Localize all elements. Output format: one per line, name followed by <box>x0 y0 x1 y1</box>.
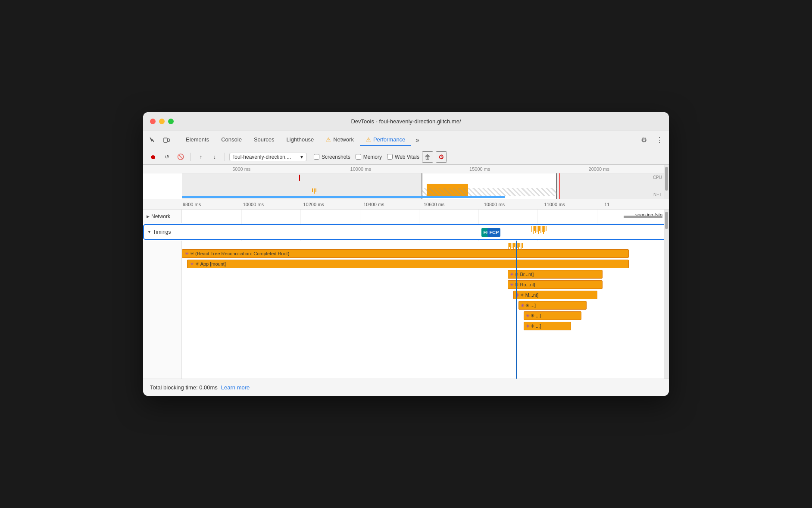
svg-rect-1 <box>168 139 169 141</box>
dot2-bar[interactable]: ✳ ✳ ...] <box>524 311 581 320</box>
record-button[interactable]: ⏺ <box>147 151 159 163</box>
main-toolbar: Elements Console Sources Lighthouse ⚠ Ne… <box>143 131 669 149</box>
yellow-spikes <box>312 188 316 194</box>
network-triangle: ▶ <box>147 214 150 219</box>
selection-dim-left <box>182 173 422 199</box>
detail-mark-9800: 9800 ms <box>182 202 242 207</box>
blocking-time-text: Total blocking time: 0.00ms <box>150 384 218 391</box>
detail-mark-10600: 10600 ms <box>423 202 483 207</box>
performance-warn-icon: ⚠ <box>366 136 371 143</box>
web-vitals-checkbox-label[interactable]: Web Vitals <box>387 154 419 160</box>
titlebar: DevTools - foul-heavenly-direction.glitc… <box>143 112 669 131</box>
fcp-badge: FCP <box>487 228 500 237</box>
label-column <box>143 241 182 379</box>
inspect-element-button[interactable] <box>147 134 159 146</box>
more-options-button[interactable]: ⋮ <box>653 134 665 146</box>
overview-scrollbar[interactable] <box>664 165 669 199</box>
detail-mark-10200: 10200 ms <box>303 202 363 207</box>
perf-separator-1 <box>191 153 191 161</box>
memory-checkbox-label[interactable]: Memory <box>356 154 382 160</box>
traffic-lights <box>150 119 174 124</box>
detail-mark-10000: 10000 ms <box>242 202 303 207</box>
dot3-bar[interactable]: ✳ ✳ ...] <box>524 322 571 330</box>
m-bar[interactable]: ✳ ✳ M...nt] <box>513 291 597 299</box>
performance-toolbar: ⏺ ↺ 🚫 ↑ ↓ foul-heavenly-direction.... ▾ … <box>143 149 669 165</box>
detail-mark-10800: 10800 ms <box>483 202 543 207</box>
tracks-scrollbar[interactable] <box>664 210 669 379</box>
toolbar-right: ⚙ ⋮ <box>638 134 665 146</box>
more-tabs-button[interactable]: » <box>411 134 423 146</box>
timings-track-label[interactable]: ▼ Timings <box>144 229 182 235</box>
close-button[interactable] <box>150 119 156 124</box>
detail-mark-11plus: 11 <box>603 202 664 207</box>
blue-vline <box>516 241 517 379</box>
url-selector[interactable]: foul-heavenly-direction.... ▾ <box>229 153 307 161</box>
fp-vline <box>634 241 635 379</box>
screenshots-checkbox[interactable] <box>314 154 319 160</box>
loading-area <box>422 188 557 196</box>
tab-elements[interactable]: Elements <box>180 134 215 146</box>
tracks-scrollbar-thumb <box>665 212 668 229</box>
maximize-button[interactable] <box>168 119 174 124</box>
web-vitals-checkbox[interactable] <box>387 154 393 160</box>
reload-record-button[interactable]: ↺ <box>161 151 172 163</box>
timings-row: ▼ Timings FP FCP <box>143 224 668 240</box>
screenshots-checkbox-label[interactable]: Screenshots <box>314 154 350 160</box>
upload-button[interactable]: ↑ <box>195 151 206 163</box>
download-button[interactable]: ↓ <box>209 151 220 163</box>
tab-performance[interactable]: ⚠ Performance <box>360 134 411 146</box>
ruler-mark-5000: 5000 ms <box>182 166 301 172</box>
ruler-mark-15000: 15000 ms <box>420 166 540 172</box>
timings-content: FP FCP <box>182 225 667 239</box>
tab-lighthouse[interactable]: Lighthouse <box>281 134 320 146</box>
net-bar <box>182 196 505 198</box>
network-track-label[interactable]: ▶ Network <box>143 210 182 223</box>
settings-button[interactable]: ⚙ <box>638 134 650 146</box>
tab-network[interactable]: ⚠ Network <box>320 134 360 146</box>
overview-panel[interactable]: 5000 ms 10000 ms 15000 ms 20000 ms <box>143 165 669 199</box>
selection-dim-right <box>557 173 664 199</box>
app-mount-bar[interactable]: ✳ ✳ App [mount] <box>187 260 629 268</box>
br-bar[interactable]: ✳ ✳ Br...nt] <box>508 270 603 279</box>
red-vline <box>559 173 560 199</box>
perf-right-controls: Screenshots Memory Web Vitals <box>314 154 419 160</box>
perf-separator-2 <box>225 153 225 161</box>
detail-ruler: 9800 ms 10000 ms 10200 ms 10400 ms 10600… <box>143 199 669 210</box>
fcp-vline <box>650 241 651 379</box>
react-tree-bar[interactable]: ✳ ✳ (React Tree Reconciliation: Complete… <box>182 249 629 258</box>
overview-ruler: 5000 ms 10000 ms 15000 ms 20000 ms <box>143 165 664 173</box>
clear-recording-button[interactable]: 🚫 <box>175 151 186 163</box>
status-bar: Total blocking time: 0.00ms Learn more <box>143 379 669 396</box>
ruler-mark-10000: 10000 ms <box>301 166 421 172</box>
detail-mark-10400: 10400 ms <box>362 202 423 207</box>
red-tick <box>299 175 300 181</box>
tab-sources[interactable]: Sources <box>248 134 281 146</box>
ruler-mark-20000: 20000 ms <box>540 166 659 172</box>
flame-chart-area: ✳ ✳ (React Tree Reconciliation: Complete… <box>143 241 669 379</box>
timings-tick-marks <box>531 226 547 234</box>
tracks-wrapper: ▶ Network soop.jpg (sto ▼ Timings <box>143 210 669 379</box>
detail-mark-11000: 11000 ms <box>543 202 604 207</box>
learn-more-link[interactable]: Learn more <box>221 384 250 391</box>
network-warn-icon: ⚠ <box>326 136 331 143</box>
device-toolbar-button[interactable] <box>160 134 172 146</box>
minimize-button[interactable] <box>159 119 165 124</box>
network-file-bar <box>624 216 662 218</box>
network-track-row: ▶ Network soop.jpg (sto <box>143 210 669 223</box>
cpu-label: CPU <box>653 175 662 180</box>
clear-button[interactable]: 🗑 <box>422 151 433 163</box>
timeline-container: 5000 ms 10000 ms 15000 ms 20000 ms <box>143 165 669 379</box>
memory-checkbox[interactable] <box>356 154 361 160</box>
capture-settings-button[interactable]: ⚙ <box>436 151 447 163</box>
dot1-bar[interactable]: ✳ ✳ ...] <box>518 301 587 310</box>
nav-tabs: Elements Console Sources Lighthouse ⚠ Ne… <box>180 134 636 146</box>
net-label: NET <box>653 192 662 197</box>
scrollbar-thumb <box>665 167 668 191</box>
timings-triangle: ▼ <box>147 230 151 234</box>
window-title: DevTools - foul-heavenly-direction.glitc… <box>351 118 461 125</box>
detail-ruler-marks: 9800 ms 10000 ms 10200 ms 10400 ms 10600… <box>182 202 664 207</box>
ro-bar[interactable]: ✳ ✳ Ro...nt] <box>508 280 603 289</box>
devtools-window: DevTools - foul-heavenly-direction.glitc… <box>143 112 669 396</box>
tab-console[interactable]: Console <box>215 134 248 146</box>
svg-rect-0 <box>164 138 167 142</box>
